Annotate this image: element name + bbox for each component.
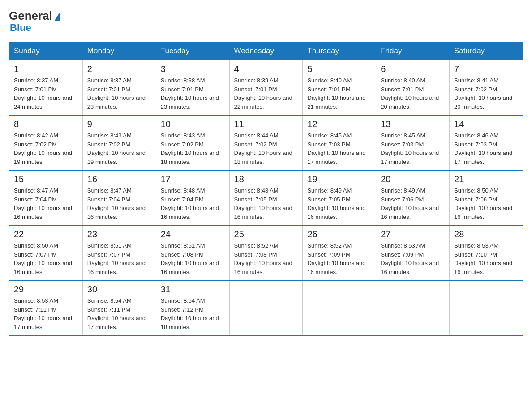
calendar-cell: 29Sunrise: 8:53 AMSunset: 7:11 PMDayligh… <box>9 280 83 335</box>
calendar-cell: 5Sunrise: 8:40 AMSunset: 7:01 PMDaylight… <box>303 60 376 116</box>
calendar-cell: 1Sunrise: 8:37 AMSunset: 7:01 PMDaylight… <box>9 60 83 116</box>
day-info: Sunrise: 8:48 AMSunset: 7:05 PMDaylight:… <box>234 186 298 221</box>
day-info: Sunrise: 8:54 AMSunset: 7:12 PMDaylight:… <box>161 296 225 331</box>
day-info: Sunrise: 8:47 AMSunset: 7:04 PMDaylight:… <box>87 186 151 221</box>
day-number: 25 <box>234 229 298 240</box>
day-number: 6 <box>381 64 445 74</box>
calendar-week-row: 29Sunrise: 8:53 AMSunset: 7:11 PMDayligh… <box>9 280 523 335</box>
day-number: 29 <box>14 284 78 295</box>
day-number: 17 <box>161 174 225 184</box>
calendar-cell: 6Sunrise: 8:40 AMSunset: 7:01 PMDaylight… <box>376 60 450 116</box>
calendar-cell: 24Sunrise: 8:51 AMSunset: 7:08 PMDayligh… <box>156 225 229 280</box>
calendar-cell <box>229 280 303 335</box>
day-info: Sunrise: 8:53 AMSunset: 7:11 PMDaylight:… <box>14 296 78 331</box>
day-number: 10 <box>161 119 225 129</box>
calendar-week-row: 22Sunrise: 8:50 AMSunset: 7:07 PMDayligh… <box>9 225 523 280</box>
calendar-cell <box>450 280 523 335</box>
weekday-header-sunday: Sunday <box>9 42 83 60</box>
day-number: 1 <box>14 64 78 74</box>
calendar-cell: 16Sunrise: 8:47 AMSunset: 7:04 PMDayligh… <box>82 170 156 225</box>
calendar-cell <box>376 280 450 335</box>
day-info: Sunrise: 8:38 AMSunset: 7:01 PMDaylight:… <box>161 76 225 111</box>
day-info: Sunrise: 8:50 AMSunset: 7:06 PMDaylight:… <box>454 186 518 221</box>
weekday-header-thursday: Thursday <box>303 42 376 60</box>
calendar-week-row: 15Sunrise: 8:47 AMSunset: 7:04 PMDayligh… <box>9 170 523 225</box>
weekday-header-saturday: Saturday <box>450 42 523 60</box>
day-number: 16 <box>87 174 151 184</box>
calendar-week-row: 1Sunrise: 8:37 AMSunset: 7:01 PMDaylight… <box>9 60 523 116</box>
day-number: 15 <box>14 174 78 184</box>
calendar-cell: 2Sunrise: 8:37 AMSunset: 7:01 PMDaylight… <box>82 60 156 116</box>
calendar-cell: 12Sunrise: 8:45 AMSunset: 7:03 PMDayligh… <box>303 115 376 170</box>
calendar-cell: 9Sunrise: 8:43 AMSunset: 7:02 PMDaylight… <box>82 115 156 170</box>
calendar-cell: 3Sunrise: 8:38 AMSunset: 7:01 PMDaylight… <box>156 60 229 116</box>
day-info: Sunrise: 8:42 AMSunset: 7:02 PMDaylight:… <box>14 131 78 166</box>
calendar-cell <box>303 280 376 335</box>
day-info: Sunrise: 8:54 AMSunset: 7:11 PMDaylight:… <box>87 296 151 331</box>
day-number: 23 <box>87 229 151 240</box>
logo-general-word: General <box>9 9 52 23</box>
day-info: Sunrise: 8:40 AMSunset: 7:01 PMDaylight:… <box>381 76 445 111</box>
calendar-header: SundayMondayTuesdayWednesdayThursdayFrid… <box>9 42 523 60</box>
day-number: 30 <box>87 284 151 295</box>
calendar-cell: 10Sunrise: 8:43 AMSunset: 7:02 PMDayligh… <box>156 115 229 170</box>
calendar-body: 1Sunrise: 8:37 AMSunset: 7:01 PMDaylight… <box>9 60 523 336</box>
day-number: 8 <box>14 119 78 129</box>
weekday-header-row: SundayMondayTuesdayWednesdayThursdayFrid… <box>9 42 523 60</box>
day-number: 3 <box>161 64 225 74</box>
day-info: Sunrise: 8:52 AMSunset: 7:08 PMDaylight:… <box>234 241 298 276</box>
day-number: 24 <box>161 229 225 240</box>
calendar-cell: 17Sunrise: 8:48 AMSunset: 7:04 PMDayligh… <box>156 170 229 225</box>
calendar-cell: 15Sunrise: 8:47 AMSunset: 7:04 PMDayligh… <box>9 170 83 225</box>
day-info: Sunrise: 8:39 AMSunset: 7:01 PMDaylight:… <box>234 76 298 111</box>
day-info: Sunrise: 8:46 AMSunset: 7:03 PMDaylight:… <box>454 131 518 166</box>
day-info: Sunrise: 8:45 AMSunset: 7:03 PMDaylight:… <box>307 131 371 166</box>
weekday-header-friday: Friday <box>376 42 450 60</box>
day-info: Sunrise: 8:43 AMSunset: 7:02 PMDaylight:… <box>87 131 151 166</box>
day-number: 14 <box>454 119 518 129</box>
calendar-cell: 28Sunrise: 8:53 AMSunset: 7:10 PMDayligh… <box>450 225 523 280</box>
day-number: 9 <box>87 119 151 129</box>
day-info: Sunrise: 8:49 AMSunset: 7:05 PMDaylight:… <box>307 186 371 221</box>
calendar-cell: 26Sunrise: 8:52 AMSunset: 7:09 PMDayligh… <box>303 225 376 280</box>
day-info: Sunrise: 8:37 AMSunset: 7:01 PMDaylight:… <box>14 76 78 111</box>
day-info: Sunrise: 8:37 AMSunset: 7:01 PMDaylight:… <box>87 76 151 111</box>
day-info: Sunrise: 8:45 AMSunset: 7:03 PMDaylight:… <box>381 131 445 166</box>
day-number: 2 <box>87 64 151 74</box>
calendar-cell: 20Sunrise: 8:49 AMSunset: 7:06 PMDayligh… <box>376 170 450 225</box>
calendar-cell: 31Sunrise: 8:54 AMSunset: 7:12 PMDayligh… <box>156 280 229 335</box>
calendar-cell: 4Sunrise: 8:39 AMSunset: 7:01 PMDaylight… <box>229 60 303 116</box>
day-info: Sunrise: 8:43 AMSunset: 7:02 PMDaylight:… <box>161 131 225 166</box>
day-number: 31 <box>161 284 225 295</box>
weekday-header-wednesday: Wednesday <box>229 42 303 60</box>
day-info: Sunrise: 8:53 AMSunset: 7:10 PMDaylight:… <box>454 241 518 276</box>
day-info: Sunrise: 8:50 AMSunset: 7:07 PMDaylight:… <box>14 241 78 276</box>
weekday-header-tuesday: Tuesday <box>156 42 229 60</box>
day-info: Sunrise: 8:53 AMSunset: 7:09 PMDaylight:… <box>381 241 445 276</box>
day-info: Sunrise: 8:47 AMSunset: 7:04 PMDaylight:… <box>14 186 78 221</box>
day-info: Sunrise: 8:49 AMSunset: 7:06 PMDaylight:… <box>381 186 445 221</box>
calendar-cell: 18Sunrise: 8:48 AMSunset: 7:05 PMDayligh… <box>229 170 303 225</box>
day-info: Sunrise: 8:40 AMSunset: 7:01 PMDaylight:… <box>307 76 371 111</box>
logo-triangle-icon <box>54 11 60 21</box>
logo-general-text: General <box>9 9 60 23</box>
calendar-cell: 19Sunrise: 8:49 AMSunset: 7:05 PMDayligh… <box>303 170 376 225</box>
calendar-cell: 13Sunrise: 8:45 AMSunset: 7:03 PMDayligh… <box>376 115 450 170</box>
header: General Blue <box>9 9 523 34</box>
calendar-cell: 27Sunrise: 8:53 AMSunset: 7:09 PMDayligh… <box>376 225 450 280</box>
day-number: 19 <box>307 174 371 184</box>
calendar-cell: 22Sunrise: 8:50 AMSunset: 7:07 PMDayligh… <box>9 225 83 280</box>
day-number: 27 <box>381 229 445 240</box>
logo: General Blue <box>9 9 60 34</box>
day-number: 4 <box>234 64 298 74</box>
day-info: Sunrise: 8:51 AMSunset: 7:08 PMDaylight:… <box>161 241 225 276</box>
day-info: Sunrise: 8:52 AMSunset: 7:09 PMDaylight:… <box>307 241 371 276</box>
day-number: 18 <box>234 174 298 184</box>
calendar-table: SundayMondayTuesdayWednesdayThursdayFrid… <box>9 42 523 336</box>
logo-blue-text: Blue <box>10 22 31 34</box>
calendar-cell: 14Sunrise: 8:46 AMSunset: 7:03 PMDayligh… <box>450 115 523 170</box>
calendar-cell: 7Sunrise: 8:41 AMSunset: 7:02 PMDaylight… <box>450 60 523 116</box>
day-number: 11 <box>234 119 298 129</box>
day-info: Sunrise: 8:44 AMSunset: 7:02 PMDaylight:… <box>234 131 298 166</box>
day-number: 13 <box>381 119 445 129</box>
